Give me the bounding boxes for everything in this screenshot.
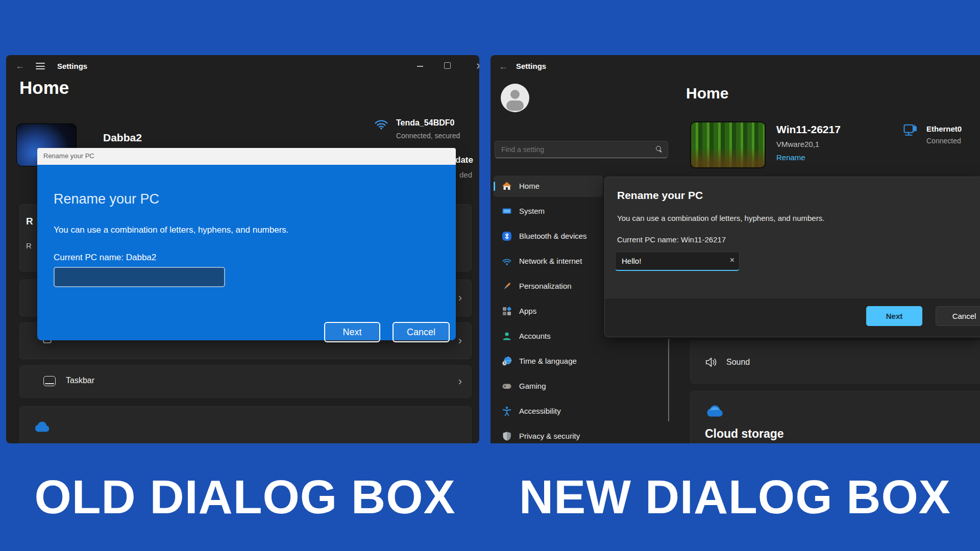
page-title: Home — [19, 78, 69, 98]
comparison-stage: ← Settings ✕ Home Dabba2 Tenda_54BDF0 — [0, 0, 980, 551]
search-box — [495, 141, 668, 158]
pc-name: Dabba2 — [103, 132, 142, 144]
cancel-button[interactable]: Cancel — [936, 306, 980, 326]
dialog-description: You can use a combination of letters, hy… — [54, 225, 289, 235]
chevron-right-icon: › — [458, 335, 462, 346]
sidebar-item-privacy-security[interactable]: Privacy & security — [494, 425, 603, 443]
clear-input-icon[interactable]: × — [730, 256, 734, 264]
old-rename-dialog: Rename your PC Rename your PC You can us… — [37, 148, 456, 340]
bluetooth-icon — [502, 231, 512, 241]
personalization-icon — [502, 281, 512, 291]
chevron-right-icon: › — [458, 376, 462, 387]
taskbar-row[interactable]: Taskbar › — [19, 365, 472, 398]
sidebar-item-time-language[interactable]: Time & language — [494, 350, 603, 372]
old-settings-window: ← Settings ✕ Home Dabba2 Tenda_54BDF0 — [6, 55, 479, 443]
pc-name-input-wrap: × — [615, 252, 740, 271]
window-controls: ✕ — [398, 55, 479, 78]
sidebar-item-bluetooth-devices[interactable]: Bluetooth & devices — [494, 226, 603, 247]
pc-name-input[interactable] — [54, 267, 225, 287]
caption-band: OLD DIALOG BOX NEW DIALOG BOX — [0, 443, 980, 551]
speaker-icon — [705, 357, 718, 368]
search-input[interactable] — [495, 141, 668, 158]
search-icon[interactable] — [656, 146, 662, 152]
network-icon — [502, 256, 512, 266]
wifi-icon — [374, 117, 389, 130]
back-icon[interactable]: ← — [499, 61, 508, 72]
new-rename-dialog: Rename your PC You can use a combination… — [604, 177, 980, 337]
time-language-icon — [502, 356, 512, 366]
next-button[interactable]: Next — [866, 306, 922, 326]
taskbar-label: Taskbar — [66, 376, 94, 385]
new-dialog-caption: NEW DIALOG BOX — [519, 470, 951, 524]
new-settings-window: ← Settings Home System — [491, 55, 980, 443]
sidebar-item-apps[interactable]: Apps — [494, 300, 603, 322]
system-icon — [502, 206, 512, 216]
maximize-icon[interactable] — [444, 62, 451, 69]
pc-model: VMware20,1 — [776, 140, 819, 148]
ethernet-icon — [903, 123, 918, 138]
ethernet-status: Connected — [926, 137, 961, 145]
pc-name-input[interactable] — [616, 252, 739, 270]
dialog-heading: Rename your PC — [617, 189, 703, 202]
attention-needed-fragment: ded — [459, 170, 472, 179]
windows-update-fragment: date — [455, 155, 473, 165]
app-title: Settings — [516, 62, 546, 70]
scrollbar[interactable] — [668, 339, 669, 421]
ethernet-name: Ethernet0 — [926, 124, 962, 133]
dialog-title: Rename your PC — [43, 152, 94, 160]
current-pc-name-label: Current PC name: Dabba2 — [54, 253, 156, 263]
dialog-heading: Rename your PC — [54, 191, 159, 207]
app-title: Settings — [57, 62, 87, 70]
hamburger-menu-icon[interactable] — [36, 63, 45, 69]
sidebar-item-network-internet[interactable]: Network & internet — [494, 251, 603, 272]
card-heading-fragment: R — [26, 216, 33, 227]
accounts-icon — [502, 331, 512, 341]
dialog-body: Rename your PC You can use a combination… — [37, 165, 456, 340]
cloud-storage-card: Cloud storage — [690, 391, 980, 443]
taskbar-icon — [43, 376, 56, 386]
dialog-footer: Next Cancel — [605, 299, 980, 337]
home-icon — [502, 181, 512, 191]
sidebar-item-personalization[interactable]: Personalization — [494, 276, 603, 297]
sound-row[interactable]: Sound — [690, 341, 980, 384]
cloud-storage-heading: Cloud storage — [705, 427, 784, 441]
sound-label: Sound — [726, 358, 750, 367]
card-subtext-fragment: R — [26, 241, 32, 250]
cloud-icon — [33, 419, 52, 433]
sidebar-item-accounts[interactable]: Accounts — [494, 325, 603, 347]
avatar[interactable] — [501, 84, 529, 112]
pc-name: Win11-26217 — [776, 123, 841, 136]
privacy-icon — [502, 431, 512, 441]
back-icon[interactable]: ← — [15, 61, 24, 71]
dialog-titlebar: Rename your PC — [37, 148, 456, 165]
sidebar-item-accessibility[interactable]: Accessibility — [494, 400, 603, 422]
old-dialog-caption: OLD DIALOG BOX — [34, 470, 455, 524]
network-status: Connected, secured — [396, 132, 460, 140]
sidebar-item-home[interactable]: Home — [494, 176, 603, 197]
wifi-status-block[interactable]: Tenda_54BDF0 Connected, secured — [374, 117, 479, 132]
dialog-description: You can use a combination of letters, hy… — [617, 214, 824, 222]
cloud-icon — [705, 403, 725, 418]
rename-link[interactable]: Rename — [776, 153, 805, 162]
minimize-icon[interactable] — [417, 66, 423, 67]
close-icon[interactable]: ✕ — [476, 61, 479, 72]
cancel-button[interactable]: Cancel — [393, 322, 450, 342]
apps-icon — [502, 306, 512, 316]
ethernet-status-block[interactable]: Ethernet0 Connected — [903, 123, 979, 140]
next-button[interactable]: Next — [324, 322, 380, 342]
pc-thumbnail — [690, 121, 766, 168]
titlebar: ← Settings ✕ — [6, 55, 479, 78]
page-title: Home — [686, 85, 728, 102]
chevron-right-icon: › — [458, 292, 462, 304]
sidebar-item-system[interactable]: System — [494, 201, 603, 222]
cloud-storage-card — [19, 406, 472, 443]
sidebar-item-gaming[interactable]: Gaming — [494, 375, 603, 397]
network-ssid: Tenda_54BDF0 — [396, 118, 454, 128]
gaming-icon — [502, 381, 512, 391]
current-pc-name-label: Current PC name: Win11-26217 — [617, 235, 726, 244]
accessibility-icon — [502, 406, 512, 416]
